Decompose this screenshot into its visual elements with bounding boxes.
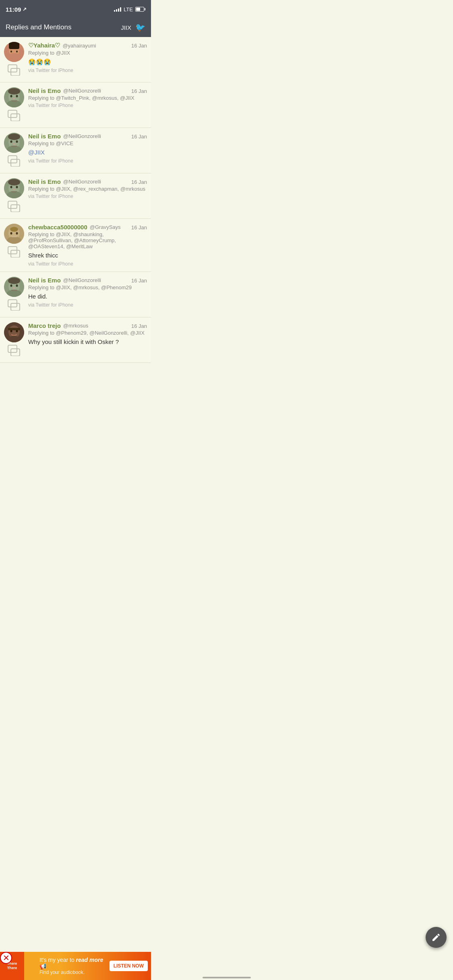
tweet-content: Marco trejo@mrkosus16 JanReplying to @Ph… [28,322,147,348]
avatar[interactable] [4,87,24,107]
author-name[interactable]: Marco trejo [28,322,61,329]
author-block: Marco trejo@mrkosus [28,322,88,329]
svg-point-40 [10,227,18,232]
nav-right: JIIX 🐦 [121,23,145,32]
svg-rect-3 [9,42,19,49]
tweet-mention[interactable]: @JIIX [28,149,45,156]
tweet-item[interactable]: Neil is Emo@NeilGonzorelli16 JanReplying… [0,272,151,317]
status-right: LTE [114,6,145,12]
tweet-item[interactable]: Neil is Emo@NeilGonzorelli16 JanReplying… [0,82,151,128]
svg-point-32 [8,179,20,185]
tweet-item[interactable]: chewbacca50000000@GravySays16 JanReplyin… [0,219,151,272]
tweet-date: 16 Jan [131,179,147,185]
svg-point-12 [16,95,18,97]
tweet-reply-to: Replying to @Twitch_Pink, @mrkosus, @JII… [28,95,147,101]
author-handle[interactable]: @yahairayumi [62,43,96,49]
avatar[interactable] [4,322,24,342]
svg-point-5 [16,51,18,53]
tweet-date: 16 Jan [131,224,147,231]
tweet-left-col [4,224,24,259]
reply-icon[interactable] [8,64,21,77]
svg-point-13 [13,98,15,99]
author-name[interactable]: ♡Yahaira♡ [28,42,60,49]
reply-icon[interactable] [8,201,21,214]
tweet-reply-to: Replying to @JIIX, @mrkosus, @Phenom29 [28,284,147,290]
author-name[interactable]: Neil is Emo [28,87,61,94]
avatar[interactable] [4,178,24,198]
tweet-body: He did. [28,292,147,301]
author-handle[interactable]: @GravySays [90,224,121,230]
svg-point-31 [13,189,15,190]
tweet-item[interactable]: Marco trejo@mrkosus16 JanReplying to @Ph… [0,317,151,363]
tweet-content: Neil is Emo@NeilGonzorelli16 JanReplying… [28,277,147,308]
tweet-list: ♡Yahaira♡@yahairayumi16 JanReplying to @… [0,37,151,395]
tweet-left-col [4,178,24,214]
reply-icon[interactable] [8,246,21,259]
reply-icon[interactable] [8,345,21,358]
author-handle[interactable]: @NeilGonzorelli [63,277,101,283]
lte-label: LTE [124,6,133,12]
avatar[interactable] [4,224,24,244]
status-time: 11:09 ↗ [6,6,27,13]
author-name[interactable]: chewbacca50000000 [28,224,87,231]
tweet-header: Neil is Emo@NeilGonzorelli16 Jan [28,178,147,185]
status-bar: 11:09 ↗ LTE [0,0,151,18]
tweet-item[interactable]: Neil is Emo@NeilGonzorelli16 JanReplying… [0,173,151,219]
author-block: chewbacca50000000@GravySays [28,224,121,231]
avatar[interactable] [4,133,24,153]
tweet-date: 16 Jan [131,134,147,140]
tweet-reply-to: Replying to @JIIX [28,50,147,56]
author-name[interactable]: Neil is Emo [28,277,61,284]
author-block: Neil is Emo@NeilGonzorelli [28,178,101,185]
author-handle[interactable]: @mrkosus [63,323,88,329]
svg-point-47 [10,284,12,287]
author-block: ♡Yahaira♡@yahairayumi [28,42,96,49]
tweet-content: Neil is Emo@NeilGonzorelli16 JanReplying… [28,87,147,108]
page-title: Replies and Mentions [6,23,71,31]
signal-icon [114,7,121,12]
author-name[interactable]: Neil is Emo [28,133,61,140]
avatar[interactable] [4,42,24,62]
author-handle[interactable]: @NeilGonzorelli [63,133,101,139]
avatar[interactable] [4,277,24,297]
tweet-date: 16 Jan [131,278,147,284]
nav-username[interactable]: JIIX [121,24,131,31]
svg-point-38 [10,232,12,235]
svg-rect-41 [11,236,17,237]
tweet-date: 16 Jan [131,323,147,329]
svg-point-14 [8,88,20,95]
tweet-header: Marco trejo@mrkosus16 Jan [28,322,147,329]
tweet-item[interactable]: ♡Yahaira♡@yahairayumi16 JanReplying to @… [0,37,151,82]
tweet-left-col [4,42,24,77]
tweet-reply-to: Replying to @Phenom29, @NeilGonzorelli, … [28,330,147,336]
tweet-date: 16 Jan [131,88,147,94]
tweet-item[interactable]: Neil is Emo@NeilGonzorelli16 JanReplying… [0,128,151,173]
tweet-reply-to: Replying to @JIIX, @rex_rexchapman, @mrk… [28,186,147,192]
tweet-header: Neil is Emo@NeilGonzorelli16 Jan [28,87,147,94]
svg-point-4 [10,51,12,53]
tweet-reply-to: Replying to @JIIX, @shaunking, @ProfRonS… [28,231,147,249]
svg-point-50 [8,278,20,284]
author-handle[interactable]: @NeilGonzorelli [63,179,101,185]
reply-icon[interactable] [8,110,21,123]
tweet-via: via Twitter for iPhone [28,158,147,164]
reply-icon[interactable] [8,155,21,168]
svg-point-22 [13,143,15,145]
tweet-body: @JIIX [28,148,147,156]
svg-point-11 [10,95,12,97]
twitter-icon[interactable]: 🐦 [135,23,145,32]
author-handle[interactable]: @NeilGonzorelli [63,88,101,94]
tweet-via: via Twitter for iPhone [28,68,147,73]
reply-icon[interactable] [8,299,21,312]
author-block: Neil is Emo@NeilGonzorelli [28,277,101,284]
tweet-header: chewbacca50000000@GravySays16 Jan [28,224,147,231]
nav-arrow-icon: ↗ [23,6,27,12]
tweet-body: Shrek thicc [28,251,147,259]
svg-point-29 [10,186,12,188]
tweet-content: Neil is Emo@NeilGonzorelli16 JanReplying… [28,133,147,164]
svg-point-49 [13,287,15,289]
tweet-header: ♡Yahaira♡@yahairayumi16 Jan [28,42,147,49]
author-name[interactable]: Neil is Emo [28,178,61,185]
tweet-left-col [4,87,24,123]
tweet-body: 😭😭😭 [28,58,147,66]
